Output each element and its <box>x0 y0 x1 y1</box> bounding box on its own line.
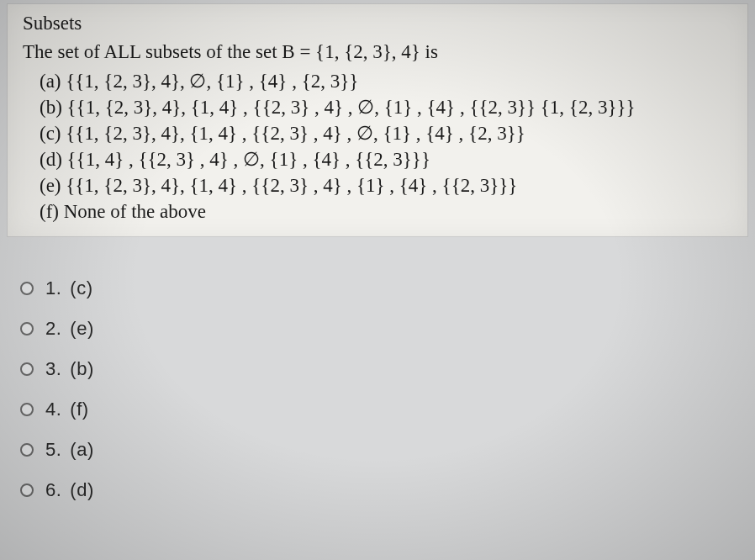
option-a: (a) {{1, {2, 3}, 4}, ∅, {1} , {4} , {2, … <box>23 68 732 94</box>
radio-icon[interactable] <box>20 322 34 335</box>
answer-label: 3.(b) <box>45 358 94 380</box>
answer-label: 6.(d) <box>45 479 94 501</box>
answer-choice-3[interactable]: 3.(b) <box>20 358 755 380</box>
option-e: (e) {{1, {2, 3}, 4}, {1, 4} , {{2, 3} , … <box>23 172 732 198</box>
radio-icon[interactable] <box>20 282 34 295</box>
question-box: Subsets The set of ALL subsets of the se… <box>7 3 748 237</box>
radio-icon[interactable] <box>20 483 34 497</box>
option-b: (b) {{1, {2, 3}, 4}, {1, 4} , {{2, 3} , … <box>23 94 732 120</box>
radio-icon[interactable] <box>20 362 34 376</box>
answer-choice-2[interactable]: 2.(e) <box>20 318 755 340</box>
section-heading: Subsets <box>23 13 732 34</box>
answer-choice-4[interactable]: 4.(f) <box>20 399 755 420</box>
answer-choice-1[interactable]: 1.(c) <box>20 277 755 299</box>
answer-list: 1.(c) 2.(e) 3.(b) 4.(f) 5.(a) 6.(d) <box>0 277 755 501</box>
option-f: (f) None of the above <box>23 198 732 225</box>
answer-label: 1.(c) <box>45 277 93 299</box>
answer-choice-6[interactable]: 6.(d) <box>20 479 755 501</box>
answer-label: 4.(f) <box>45 399 89 420</box>
radio-icon[interactable] <box>20 443 34 457</box>
option-d: (d) {{1, 4} , {{2, 3} , 4} , ∅, {1} , {4… <box>23 146 732 172</box>
question-prompt: The set of ALL subsets of the set B = {1… <box>23 40 732 65</box>
radio-icon[interactable] <box>20 403 34 416</box>
answer-choice-5[interactable]: 5.(a) <box>20 439 755 461</box>
answer-label: 2.(e) <box>45 318 94 340</box>
option-c: (c) {{1, {2, 3}, 4}, {1, 4} , {{2, 3} , … <box>23 120 732 146</box>
answer-label: 5.(a) <box>45 439 94 461</box>
